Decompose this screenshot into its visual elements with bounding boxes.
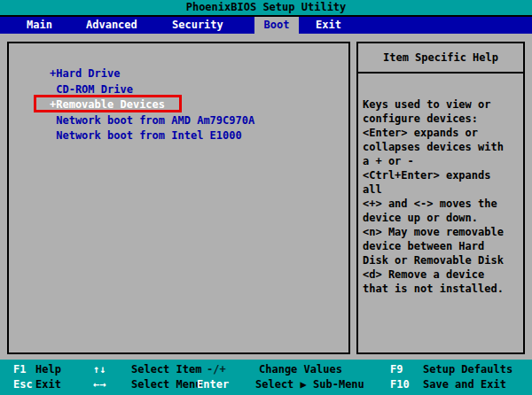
boot-menu-panel: +Hard Drive CD-ROM Drive +Removable Devi… (7, 42, 350, 354)
tab-security[interactable]: Security (172, 17, 223, 34)
boot-item-network-amd[interactable]: Network boot from AMD Am79C970A (43, 113, 254, 129)
legend-label-exit: Exit (35, 377, 61, 391)
help-line: collapses devices with (363, 140, 521, 154)
legend-label-select-item: Select Item (131, 362, 201, 376)
legend-key-f1: F1 (13, 362, 26, 376)
legend-label-help: Help (35, 362, 61, 376)
legend-label-save-exit: Save and Exit (423, 377, 506, 391)
legend-label-setup-defaults: Setup Defaults (423, 362, 512, 376)
window-title: PhoenixBIOS Setup Utility (0, 0, 532, 17)
help-line: device between Hard (363, 239, 521, 253)
help-line: a + or - (363, 154, 521, 168)
help-line: Disk or Removable Disk (363, 253, 521, 267)
hotkey-legend: F1 Help ↑↓ Select Item -/+ Change Values… (0, 360, 532, 395)
legend-key-minus-plus: -/+ (207, 362, 226, 376)
help-line: configure devices: (363, 112, 521, 126)
help-line: all (363, 182, 521, 197)
legend-key-f9: F9 (390, 362, 403, 376)
help-line: device up or down. (363, 211, 521, 225)
legend-key-f10: F10 (390, 377, 410, 391)
menu-bar: Main Advanced Security Boot Exit (0, 17, 532, 34)
help-line: <d> Remove a device (363, 267, 521, 282)
boot-order-list: +Hard Drive CD-ROM Drive +Removable Devi… (43, 66, 254, 144)
legend-label-select-menu: Select Menu (131, 377, 201, 391)
tab-exit[interactable]: Exit (316, 17, 341, 34)
legend-label-select-submenu: Select ▶ Sub-Menu (255, 377, 364, 391)
help-line: <+> and <-> moves the (363, 197, 521, 211)
boot-item-removable-devices[interactable]: +Removable Devices (43, 97, 254, 113)
help-panel: Item Specific Help Keys used to view or … (356, 42, 525, 354)
tab-boot-active[interactable]: Boot (254, 17, 299, 34)
help-panel-title: Item Specific Help (358, 43, 523, 74)
help-panel-body: Keys used to view or configure devices: … (358, 74, 523, 296)
legend-key-updown-icon: ↑↓ (93, 362, 106, 376)
boot-item-hard-drive[interactable]: +Hard Drive (43, 66, 254, 82)
boot-item-cdrom-drive[interactable]: CD-ROM Drive (43, 82, 254, 98)
tab-main[interactable]: Main (27, 17, 52, 34)
help-line: <Enter> expands or (363, 126, 521, 140)
boot-item-network-intel[interactable]: Network boot from Intel E1000 (43, 128, 254, 144)
bios-setup-screen: PhoenixBIOS Setup Utility Main Advanced … (0, 0, 532, 395)
help-line: that is not installed. (363, 282, 521, 296)
legend-label-change-values: Change Values (259, 362, 342, 376)
legend-key-leftright-icon: ←→ (93, 377, 106, 391)
legend-key-esc: Esc (13, 377, 33, 391)
help-line: Keys used to view or (363, 97, 521, 112)
help-line: <Ctrl+Enter> expands (363, 168, 521, 182)
legend-key-enter: Enter (197, 377, 229, 391)
tab-advanced[interactable]: Advanced (86, 17, 137, 34)
help-line: <n> May move removable (363, 225, 521, 239)
